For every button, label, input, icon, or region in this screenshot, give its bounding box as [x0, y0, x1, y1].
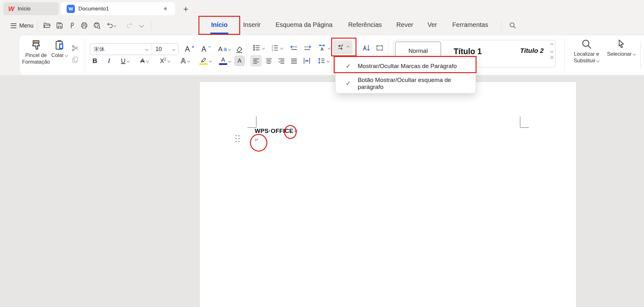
menu-label: Menu [19, 22, 33, 29]
document-tab[interactable]: W Documento1 [61, 2, 175, 15]
text-direction-button[interactable]: A [315, 42, 332, 54]
document-text[interactable]: WPS·OFFICE [255, 128, 293, 135]
menu-item-show-hide-paragraph-marks[interactable]: ✓ Mostrar/Ocultar Marcas de Parágrafo [336, 57, 476, 75]
sup-letter: X [160, 57, 164, 64]
font-color-button[interactable]: A [216, 54, 234, 67]
ribbon-search-button[interactable] [507, 20, 518, 31]
tab-inicio[interactable]: Início [209, 15, 229, 34]
divider [85, 39, 85, 70]
align-left-button[interactable] [250, 55, 262, 66]
color-letter: A [221, 57, 225, 63]
change-case-button[interactable]: Aa [216, 43, 233, 55]
numbered-list-button[interactable]: 1 2 3 [268, 42, 286, 54]
undo-button[interactable] [104, 20, 118, 31]
find-replace-button[interactable]: Localizar e Substituir [569, 37, 604, 64]
grow-letter: A [185, 45, 190, 53]
line-spacing-button[interactable] [315, 55, 332, 66]
font-size-combobox[interactable]: 10 [152, 46, 178, 53]
italic-button[interactable]: I [104, 55, 114, 66]
underline-glyph: U [121, 57, 125, 65]
print-preview-button[interactable] [91, 20, 102, 31]
borders-button[interactable] [374, 42, 386, 54]
decrease-indent-button[interactable] [288, 42, 300, 54]
save-icon [56, 22, 64, 29]
align-right-icon [277, 57, 285, 65]
sort-icon [362, 44, 371, 52]
align-right-button[interactable] [276, 55, 287, 66]
superscript-button[interactable]: X2 [156, 55, 174, 66]
text-effects-button[interactable]: A [176, 55, 194, 66]
decrease-font-size-button[interactable]: A− [199, 43, 213, 55]
chevron-down-icon [597, 59, 600, 62]
increase-indent-button[interactable] [301, 42, 313, 54]
style-titulo2-label: Título 2 [520, 47, 544, 66]
tab-inserir[interactable]: Inserir [241, 15, 263, 34]
select-button[interactable]: Selecionar [605, 37, 637, 57]
bullet-list-button[interactable] [250, 42, 267, 54]
outdent-icon [289, 44, 298, 52]
main-menu-button[interactable]: Menu [9, 20, 35, 32]
search-icon [509, 22, 516, 29]
paragraph-marks-icon [337, 43, 345, 51]
tab-ver[interactable]: Ver [426, 15, 439, 34]
chevron-down-icon [65, 54, 68, 57]
chevron-down-icon [172, 48, 175, 51]
divider [37, 21, 38, 30]
gallery-expand-button[interactable] [550, 56, 553, 59]
distribute-button[interactable] [301, 55, 313, 66]
gallery-scroll-controls [548, 41, 556, 59]
tab-referencias[interactable]: Referências [346, 15, 384, 34]
document-tab-label: Documento1 [78, 6, 109, 12]
justify-button[interactable] [288, 55, 300, 66]
strikethrough-button[interactable]: A [136, 55, 153, 66]
paste-button[interactable]: Colar [50, 38, 69, 59]
redo-button[interactable] [124, 20, 135, 31]
menu-item-show-hide-paragraph-layout-button[interactable]: ✓ Botão Mostrar/Ocultar esquema de parág… [336, 75, 476, 92]
folder-open-icon [43, 22, 51, 29]
customize-toolbar-button[interactable] [136, 20, 147, 31]
unsaved-indicator-dot [164, 7, 167, 10]
menu-item-label: Botão Mostrar/Ocultar esquema de parágra… [358, 77, 476, 91]
paste-label: Colar [51, 52, 64, 59]
character-shading-button[interactable]: A [234, 56, 245, 66]
print-button[interactable] [78, 20, 90, 31]
document-canvas[interactable]: WPS·OFFICE ↵ ↵ [0, 75, 644, 307]
tab-rever[interactable]: Rever [394, 15, 415, 34]
bold-button[interactable]: B [89, 55, 100, 66]
save-button[interactable] [54, 20, 65, 31]
document-page[interactable] [200, 82, 576, 307]
underline-button[interactable]: U [117, 55, 133, 66]
cut-button[interactable] [70, 43, 80, 53]
divider [151, 21, 151, 30]
document-text-line[interactable]: WPS·OFFICE ↵ [255, 128, 298, 135]
chevron-down-icon [167, 59, 171, 62]
new-tab-button[interactable]: + [180, 4, 192, 15]
tab-ferramentas[interactable]: Ferramentas [450, 15, 490, 34]
align-center-button[interactable] [263, 55, 274, 66]
printer-icon [80, 22, 88, 29]
copy-button[interactable] [70, 54, 80, 65]
format-painter-button[interactable]: Pincel de Formatação [20, 38, 52, 65]
clear-formatting-button[interactable] [233, 44, 245, 55]
gallery-scroll-up-button[interactable] [550, 43, 553, 47]
paragraph-drag-handle[interactable] [235, 135, 240, 142]
chevron-down-icon [262, 46, 265, 49]
distribute-icon [303, 57, 311, 65]
show-hide-paragraph-marks-button[interactable] [333, 40, 353, 54]
sort-button[interactable] [360, 42, 372, 54]
export-button[interactable] [66, 20, 78, 31]
format-painter-label-2: Formatação [22, 59, 50, 65]
find-label-1: Localizar e [574, 51, 599, 57]
gallery-scroll-down-button[interactable] [550, 50, 553, 53]
font-name-combobox[interactable]: 宋体 [90, 44, 152, 55]
chevron-down-icon [146, 59, 149, 62]
highlight-pen-icon [199, 57, 208, 65]
highlight-color-button[interactable] [196, 54, 215, 67]
open-file-button[interactable] [41, 20, 52, 31]
align-left-icon [252, 57, 260, 65]
italic-glyph: I [108, 57, 110, 65]
home-launcher-tab[interactable]: W Início [3, 2, 59, 15]
tab-esquema-da-pagina[interactable]: Esquema da Página [274, 15, 334, 34]
increase-font-size-button[interactable]: A+ [183, 43, 197, 55]
chevron-up-icon [347, 46, 350, 49]
